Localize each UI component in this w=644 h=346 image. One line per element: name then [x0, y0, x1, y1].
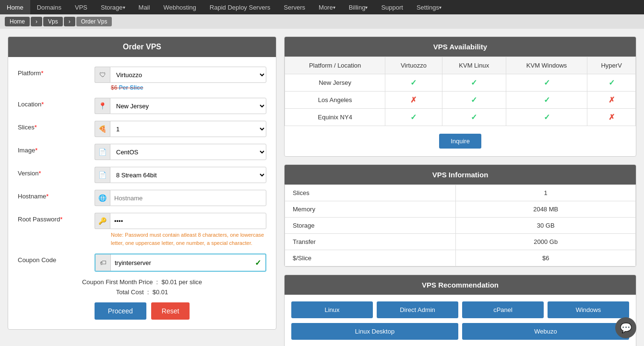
- image-icon: 📄: [95, 144, 110, 160]
- table-row: ✓: [442, 92, 506, 109]
- info-label: Transfer: [285, 234, 456, 250]
- nav-home[interactable]: Home: [0, 0, 30, 14]
- nav-support[interactable]: Support: [374, 0, 410, 14]
- slices-label: Slices*: [18, 121, 95, 131]
- table-row: Los Angeles: [285, 92, 385, 109]
- nav-domains[interactable]: Domains: [30, 0, 68, 14]
- info-value: 30 GB: [456, 218, 636, 234]
- col-kvm-linux: KVM Linux: [442, 57, 506, 74]
- table-row: Transfer2000 Gb: [285, 234, 636, 250]
- total-cost-row: Total Cost : $0.01: [18, 288, 266, 296]
- nav-billing[interactable]: Billing: [342, 0, 375, 14]
- vps-info-panel: VPS Information Slices1Memory2048 MBStor…: [284, 164, 636, 267]
- info-value: 1: [456, 185, 636, 201]
- location-label: Location*: [18, 98, 95, 108]
- rec-button[interactable]: Windows: [548, 301, 629, 318]
- version-row: Version* 📄 8 Stream 64bit: [18, 167, 266, 183]
- reset-button[interactable]: Reset: [151, 302, 190, 320]
- info-value: 2000 Gb: [456, 234, 636, 250]
- rec-row-2: Linux DesktopWebuzo: [291, 323, 629, 340]
- location-select[interactable]: New Jersey: [110, 98, 266, 114]
- vps-recommendation-panel: VPS Recommendation LinuxDirect AdmincPan…: [284, 275, 636, 346]
- hostname-input[interactable]: [110, 190, 266, 206]
- platform-label: Platform*: [18, 67, 95, 77]
- table-row: Memory2048 MB: [285, 201, 636, 218]
- chat-button[interactable]: 💬: [615, 317, 636, 338]
- rec-button[interactable]: Linux: [291, 301, 373, 318]
- price-badge: $6 Per Slice: [111, 84, 266, 91]
- hostname-row: Hostname* 🌐: [18, 190, 266, 206]
- nav-vps[interactable]: VPS: [68, 0, 94, 14]
- coupon-price-row: Coupon First Month Price : $0.01 per sli…: [18, 278, 266, 286]
- root-password-input[interactable]: 0000: [110, 213, 266, 229]
- slices-icon: 🍕: [95, 121, 110, 137]
- rec-button[interactable]: Linux Desktop: [291, 323, 458, 340]
- breadcrumb-home[interactable]: Home: [5, 17, 30, 26]
- main-content: Order VPS Platform* 🛡 Virtuozzo $6 Per S…: [0, 29, 644, 346]
- hostname-label: Hostname*: [18, 190, 95, 200]
- platform-row: Platform* 🛡 Virtuozzo $6 Per Slice: [18, 67, 266, 91]
- recommendation-body: LinuxDirect AdmincPanelWindows Linux Des…: [285, 295, 636, 346]
- col-kvm-windows: KVM Windows: [506, 57, 587, 74]
- coupon-input[interactable]: tryinterserver: [111, 255, 250, 270]
- inquire-row: Inquire: [285, 126, 636, 156]
- info-value: $6: [456, 250, 636, 266]
- col-hyperv: HyperV: [587, 57, 636, 74]
- nav-servers[interactable]: Servers: [277, 0, 312, 14]
- platform-select[interactable]: Virtuozzo: [110, 67, 266, 83]
- total-cost-label: Total Cost: [116, 288, 144, 296]
- slices-row: Slices* 🍕 1: [18, 121, 266, 137]
- order-vps-form: Platform* 🛡 Virtuozzo $6 Per Slice: [8, 57, 276, 329]
- table-row: ✗: [587, 92, 636, 109]
- info-label: Slices: [285, 185, 456, 201]
- vps-info-table: Slices1Memory2048 MBStorage30 GBTransfer…: [285, 185, 636, 266]
- table-row: ✓: [587, 74, 636, 92]
- total-cost-value: $0.01: [153, 288, 168, 296]
- shield-icon: 🛡: [95, 67, 110, 83]
- nav-webhosting[interactable]: Webhosting: [156, 0, 203, 14]
- proceed-button[interactable]: Proceed: [95, 302, 146, 320]
- version-icon: 📄: [95, 167, 110, 183]
- availability-panel: VPS Availability Platform / Location Vir…: [284, 36, 636, 157]
- location-row: Location* 📍 New Jersey: [18, 98, 266, 114]
- nav-mail[interactable]: Mail: [132, 0, 157, 14]
- version-label: Version*: [18, 167, 95, 177]
- nav-more[interactable]: More: [312, 0, 342, 14]
- nav-storage[interactable]: Storage: [94, 0, 132, 14]
- rec-button[interactable]: Direct Admin: [377, 301, 458, 318]
- breadcrumb-vps[interactable]: Vps: [43, 17, 63, 26]
- rec-row-1: LinuxDirect AdmincPanelWindows: [291, 301, 629, 318]
- image-row: Image* 📄 CentOS: [18, 144, 266, 160]
- right-column: VPS Availability Platform / Location Vir…: [284, 36, 636, 346]
- table-row: ✗: [587, 109, 636, 126]
- breadcrumb-order-vps: Order Vps: [76, 17, 112, 26]
- table-row: ✓: [506, 92, 587, 109]
- table-row: Slices1: [285, 185, 636, 201]
- rec-button[interactable]: Webuzo: [462, 323, 629, 340]
- col-virtuozzo: Virtuozzo: [385, 57, 442, 74]
- image-label: Image*: [18, 144, 95, 154]
- rec-button[interactable]: cPanel: [462, 301, 544, 318]
- password-note: Note: Password must contain atleast 8 ch…: [111, 231, 266, 247]
- coupon-icon: 🏷: [95, 254, 111, 271]
- nav-settings[interactable]: Settings: [410, 0, 448, 14]
- vps-recommendation-title: VPS Recommendation: [285, 275, 636, 295]
- table-row: ✓: [506, 74, 587, 92]
- image-select[interactable]: CentOS: [110, 144, 266, 160]
- coupon-valid-icon: ✓: [250, 258, 265, 267]
- nav-rapid-deploy[interactable]: Rapid Deploy Servers: [203, 0, 277, 14]
- location-icon: 📍: [95, 98, 110, 114]
- password-icon: 🔑: [95, 213, 110, 229]
- availability-title: VPS Availability: [285, 37, 636, 57]
- coupon-code-wrap: 🏷 tryinterserver ✓: [95, 254, 266, 272]
- coupon-price-value: $0.01 per slice: [161, 278, 202, 286]
- table-row: ✓: [385, 74, 442, 92]
- availability-table: Platform / Location Virtuozzo KVM Linux …: [285, 57, 636, 126]
- version-select[interactable]: 8 Stream 64bit: [110, 167, 266, 183]
- top-navigation: Home Domains VPS Storage Mail Webhosting…: [0, 0, 644, 14]
- coupon-code-row: Coupon Code 🏷 tryinterserver ✓: [18, 254, 266, 272]
- slices-select[interactable]: 1: [110, 121, 266, 137]
- form-buttons: Proceed Reset: [18, 302, 266, 320]
- inquire-button[interactable]: Inquire: [439, 134, 481, 149]
- table-row: New Jersey: [285, 74, 385, 92]
